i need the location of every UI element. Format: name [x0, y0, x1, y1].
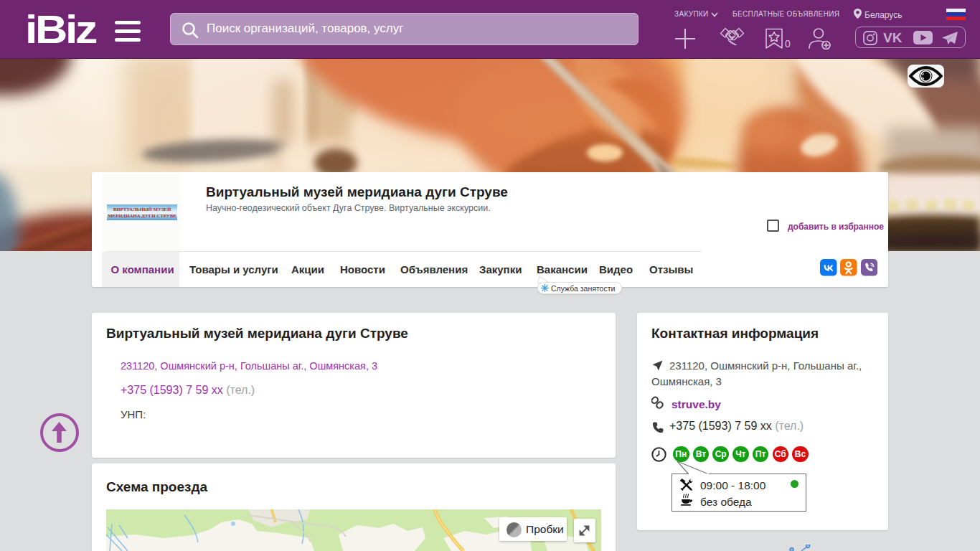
svg-text:VK: VK [883, 32, 903, 44]
